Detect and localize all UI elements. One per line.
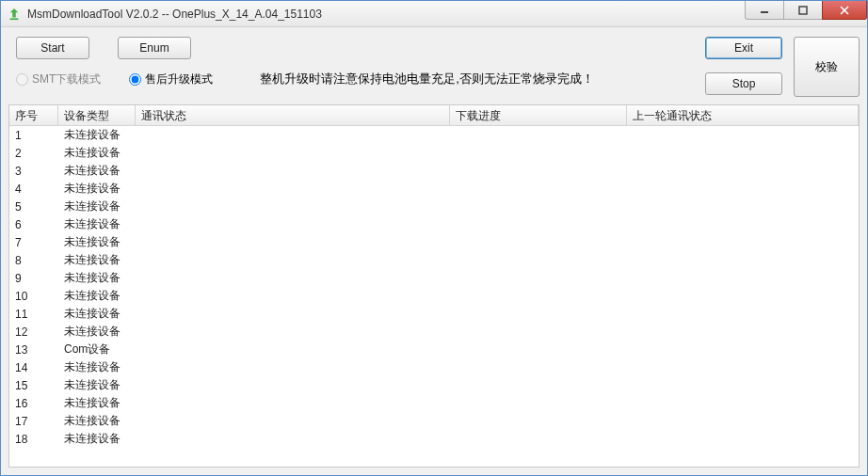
cell-type: 未连接设备 — [58, 144, 136, 162]
table-row[interactable]: 5未连接设备 — [9, 198, 859, 215]
cell-comm — [136, 242, 450, 244]
cell-num: 16 — [9, 396, 58, 411]
cell-num: 4 — [9, 182, 58, 197]
cell-num: 3 — [9, 164, 58, 179]
cell-type: 未连接设备 — [58, 251, 136, 269]
table-row[interactable]: 12未连接设备 — [9, 323, 859, 341]
cell-type: 未连接设备 — [58, 430, 136, 448]
cell-prog — [450, 278, 627, 279]
table-row[interactable]: 18未连接设备 — [9, 430, 859, 448]
cell-num: 17 — [9, 414, 58, 429]
cell-prog — [450, 403, 627, 405]
table-row[interactable]: 13Com设备 — [9, 341, 859, 358]
cell-prog — [450, 224, 627, 226]
svg-rect-1 — [761, 11, 768, 13]
col-header-comm[interactable]: 通讯状态 — [136, 105, 450, 125]
table-row[interactable]: 17未连接设备 — [9, 412, 859, 430]
cell-comm — [136, 349, 450, 351]
cell-comm — [136, 135, 450, 136]
cell-num: 6 — [9, 217, 58, 232]
cell-last — [627, 188, 859, 190]
table-row[interactable]: 4未连接设备 — [9, 180, 859, 198]
cell-last — [627, 152, 859, 154]
cell-last — [627, 242, 859, 244]
cell-type: 未连接设备 — [58, 394, 136, 412]
smt-mode-radio[interactable]: SMT下载模式 — [16, 71, 101, 87]
cell-type: 未连接设备 — [58, 162, 136, 180]
cell-prog — [450, 242, 627, 244]
smt-mode-label: SMT下载模式 — [32, 71, 101, 87]
table-row[interactable]: 14未连接设备 — [9, 358, 859, 376]
table-row[interactable]: 16未连接设备 — [9, 394, 859, 412]
table-row[interactable]: 9未连接设备 — [9, 269, 859, 287]
table-row[interactable]: 15未连接设备 — [9, 376, 859, 394]
cell-last — [627, 385, 859, 387]
cell-prog — [450, 385, 627, 387]
cell-prog — [450, 438, 627, 440]
cell-type: 未连接设备 — [58, 305, 136, 323]
exit-button[interactable]: Exit — [705, 37, 782, 59]
start-button[interactable]: Start — [16, 37, 89, 59]
cell-prog — [450, 260, 627, 262]
after-sale-mode-radio[interactable]: 售后升级模式 — [129, 71, 213, 87]
cell-last — [627, 224, 859, 226]
cell-comm — [136, 295, 450, 297]
table-body[interactable]: 1未连接设备2未连接设备3未连接设备4未连接设备5未连接设备6未连接设备7未连接… — [9, 126, 859, 467]
cell-comm — [136, 420, 450, 422]
cell-num: 12 — [9, 325, 58, 340]
mode-radio-group: SMT下载模式 售后升级模式 — [16, 71, 213, 87]
table-row[interactable]: 10未连接设备 — [9, 287, 859, 305]
table-row[interactable]: 3未连接设备 — [9, 162, 859, 180]
cell-comm — [136, 403, 450, 405]
table-header: 序号 设备类型 通讯状态 下载进度 上一轮通讯状态 — [9, 105, 859, 126]
col-header-prog[interactable]: 下载进度 — [450, 105, 627, 125]
cell-comm — [136, 260, 450, 262]
col-header-last[interactable]: 上一轮通讯状态 — [627, 105, 859, 125]
device-table: 序号 设备类型 通讯状态 下载进度 上一轮通讯状态 1未连接设备2未连接设备3未… — [8, 104, 860, 468]
verify-button[interactable]: 校验 — [794, 37, 860, 97]
table-row[interactable]: 7未连接设备 — [9, 233, 859, 251]
cell-last — [627, 278, 859, 279]
cell-comm — [136, 206, 450, 208]
cell-type: 未连接设备 — [58, 180, 136, 198]
cell-num: 10 — [9, 289, 58, 304]
enum-button[interactable]: Enum — [118, 37, 191, 59]
app-window: MsmDownloadTool V2.0.2 -- OnePlus_X_14_A… — [0, 0, 868, 476]
cell-prog — [450, 313, 627, 315]
maximize-button[interactable] — [783, 1, 823, 20]
cell-num: 5 — [9, 199, 58, 214]
table-row[interactable]: 11未连接设备 — [9, 305, 859, 323]
close-button[interactable] — [822, 1, 867, 20]
cell-type: 未连接设备 — [58, 233, 136, 251]
cell-last — [627, 313, 859, 315]
cell-num: 7 — [9, 235, 58, 250]
cell-prog — [450, 349, 627, 351]
table-row[interactable]: 1未连接设备 — [9, 126, 859, 144]
minimize-button[interactable] — [745, 1, 784, 20]
svg-rect-0 — [10, 18, 19, 20]
cell-comm — [136, 278, 450, 279]
table-row[interactable]: 2未连接设备 — [9, 144, 859, 162]
cell-comm — [136, 170, 450, 172]
cell-num: 9 — [9, 271, 58, 286]
cell-prog — [450, 188, 627, 190]
cell-num: 13 — [9, 342, 58, 357]
col-header-num[interactable]: 序号 — [9, 105, 58, 125]
table-row[interactable]: 6未连接设备 — [9, 215, 859, 233]
table-row[interactable]: 8未连接设备 — [9, 251, 859, 269]
notice-text: 整机升级时请注意保持电池电量充足,否则无法正常烧录完成！ — [213, 71, 698, 87]
cell-num: 1 — [9, 128, 58, 143]
cell-comm — [136, 367, 450, 369]
col-header-type[interactable]: 设备类型 — [58, 105, 136, 125]
window-title: MsmDownloadTool V2.0.2 -- OnePlus_X_14_A… — [27, 8, 746, 21]
cell-comm — [136, 224, 450, 226]
stop-button[interactable]: Stop — [705, 72, 782, 95]
cell-num: 8 — [9, 253, 58, 268]
cell-prog — [450, 367, 627, 369]
cell-last — [627, 260, 859, 262]
cell-type: 未连接设备 — [58, 126, 136, 144]
titlebar[interactable]: MsmDownloadTool V2.0.2 -- OnePlus_X_14_A… — [1, 1, 867, 27]
cell-num: 15 — [9, 378, 58, 393]
cell-type: 未连接设备 — [58, 358, 136, 376]
cell-last — [627, 367, 859, 369]
